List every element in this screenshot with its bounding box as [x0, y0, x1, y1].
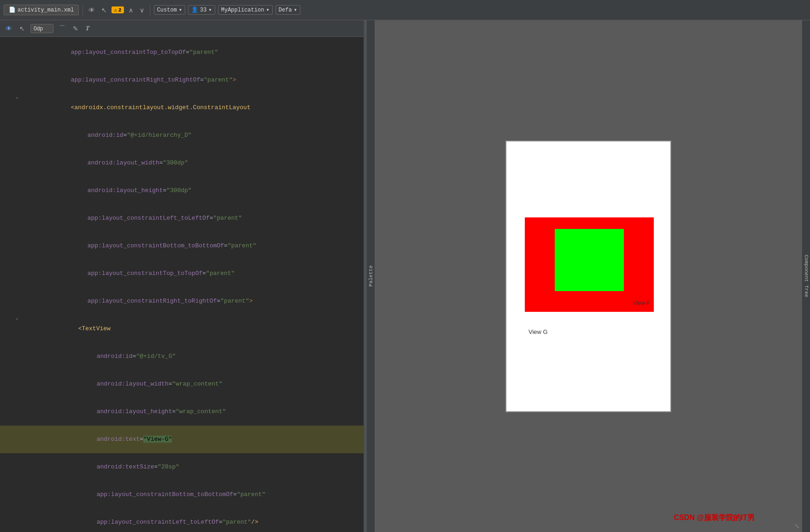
- device-section: Custom ▾ 👤 33 ▾ MyApplication ▾ Defa ▾: [154, 5, 300, 15]
- code-line: android:id="@+id/tv_G": [0, 343, 364, 370]
- text-cursor-icon[interactable]: 𝑻: [84, 23, 92, 34]
- eye-icon[interactable]: 👁: [87, 5, 97, 16]
- phone-preview: View-F View G: [505, 140, 671, 412]
- component-tree-tab-label[interactable]: Component Tree: [803, 252, 810, 300]
- device-label: Custom: [157, 7, 177, 13]
- warning-count: 2: [118, 7, 122, 13]
- api-level: 33: [200, 7, 206, 13]
- design-tools: 👁 ↖ ⚠ 2 ∧ ∨: [87, 5, 146, 16]
- code-line: ▾ <androidx.constraintlayout.widget.Cons…: [0, 94, 364, 122]
- dp-input[interactable]: [30, 24, 53, 33]
- curve-icon[interactable]: ⌒: [57, 23, 67, 35]
- code-line: android:layout_width="300dp": [0, 149, 364, 177]
- warning-badge: ⚠ 2: [112, 6, 123, 13]
- watermark: CSDN @服装学院的IT男: [674, 513, 755, 523]
- file-tab[interactable]: 📄 activity_main.xml: [4, 5, 79, 15]
- pointer-icon[interactable]: ↖: [100, 5, 109, 16]
- chevron-down-icon: ▾: [179, 6, 182, 13]
- code-line: app:layout_constraintRight_toRightOf="pa…: [0, 66, 364, 94]
- device-dropdown[interactable]: Custom ▾: [154, 5, 185, 15]
- code-line: app:layout_constraintLeft_toLeftOf="pare…: [0, 205, 364, 232]
- warning-icon: ⚠: [114, 7, 117, 13]
- code-line: app:layout_constraintLeft_toLeftOf="pare…: [0, 509, 364, 532]
- api-dropdown[interactable]: 👤 33 ▾: [188, 5, 215, 15]
- code-editor[interactable]: 👁 ↖ ⌒ ✎ 𝑻 app:layout_constraintTop_toTop…: [0, 20, 364, 532]
- code-line: app:layout_constraintTop_toTopOf="parent…: [0, 39, 364, 66]
- preview-area: View-F View G Palette Component Tree ⤡ C…: [367, 20, 810, 532]
- default-dropdown[interactable]: Defa ▾: [276, 5, 300, 15]
- divider-2: [150, 5, 150, 16]
- code-line: app:layout_constraintBottom_toBottomOf="…: [0, 481, 364, 509]
- editor-inner-toolbar: 👁 ↖ ⌒ ✎ 𝑻: [0, 20, 364, 37]
- expand-icon[interactable]: ∧: [127, 5, 135, 16]
- red-view-box: View-F: [525, 217, 654, 312]
- person-icon: 👤: [191, 6, 198, 13]
- code-line: app:layout_constraintBottom_toBottomOf="…: [0, 232, 364, 260]
- file-icon: 📄: [9, 6, 16, 13]
- default-label: Defa: [279, 7, 292, 13]
- top-toolbar: 📄 activity_main.xml 👁 ↖ ⚠ 2 ∧ ∨ Custom ▾…: [0, 0, 810, 20]
- green-view-box: [555, 229, 624, 291]
- file-section: 📄 activity_main.xml: [4, 5, 79, 15]
- collapse-icon[interactable]: ∨: [138, 5, 146, 16]
- app-name: MyApplication: [221, 7, 264, 13]
- main-content: 👁 ↖ ⌒ ✎ 𝑻 app:layout_constraintTop_toTop…: [0, 20, 810, 532]
- view-g-label: View G: [528, 328, 548, 335]
- filename: activity_main.xml: [18, 7, 74, 13]
- code-line: android:id="@+id/hierarchy_D": [0, 122, 364, 149]
- palette-panel: Palette: [367, 20, 375, 532]
- code-line: android:textSize="20sp": [0, 453, 364, 481]
- view-f-label: View-F: [633, 300, 650, 306]
- show-code-btn[interactable]: 👁: [4, 23, 14, 34]
- chevron-down-icon-2: ▾: [209, 6, 212, 13]
- pencil-icon[interactable]: ✎: [71, 23, 80, 34]
- divider-1: [82, 5, 83, 16]
- pointer-tool-btn[interactable]: ↖: [18, 23, 27, 34]
- code-line: android:layout_height="wrap_content": [0, 398, 364, 426]
- code-lines: app:layout_constraintTop_toTopOf="parent…: [0, 37, 364, 532]
- chevron-down-icon-4: ▾: [293, 6, 297, 13]
- resize-corner-icon: ⤡: [794, 522, 800, 530]
- code-line: app:layout_constraintTop_toTopOf="parent…: [0, 260, 364, 287]
- code-line: android:layout_height="300dp": [0, 177, 364, 205]
- code-line: app:layout_constraintRight_toRightOf="pa…: [0, 287, 364, 315]
- code-line-highlighted: android:text="View-G": [0, 426, 364, 453]
- app-dropdown[interactable]: MyApplication ▾: [218, 5, 273, 15]
- component-tree-panel: Component Tree: [802, 20, 810, 532]
- chevron-down-icon-3: ▾: [266, 6, 269, 13]
- right-panel: View-F View G Palette Component Tree ⤡ C…: [367, 20, 810, 532]
- palette-tab-label[interactable]: Palette: [367, 263, 375, 289]
- code-line: android:layout_width="wrap_content": [0, 370, 364, 398]
- code-line: ▾ <TextView: [0, 315, 364, 343]
